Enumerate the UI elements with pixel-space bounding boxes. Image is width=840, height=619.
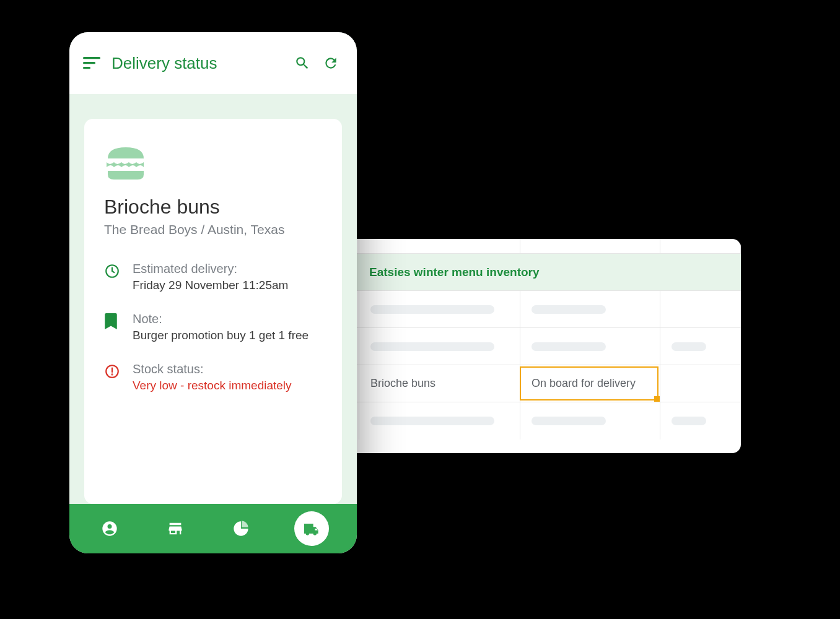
estimated-value: Friday 29 November 11:25am — [133, 279, 288, 292]
estimated-label: Estimated delivery: — [133, 262, 288, 276]
page-title: Delivery status — [112, 54, 282, 73]
alert-icon — [104, 362, 121, 392]
phone-mockup: Delivery status Brioche buns The Bread B… — [69, 32, 357, 553]
meta-stock-status: Stock status: Very low - restock immedia… — [104, 362, 322, 392]
stock-value: Very low - restock immediately — [133, 379, 292, 392]
bottom-nav — [69, 504, 357, 553]
menu-sort-icon[interactable] — [83, 54, 100, 72]
selection-handle[interactable] — [654, 396, 660, 402]
cell-status[interactable]: On board for delivery — [520, 365, 660, 402]
item-title: Brioche buns — [104, 196, 322, 219]
search-icon[interactable] — [294, 54, 311, 72]
nav-analytics-icon[interactable] — [229, 516, 253, 541]
nav-delivery-icon[interactable] — [294, 511, 329, 546]
cell-item-name[interactable]: Brioche buns — [359, 365, 520, 402]
note-value: Burger promotion buy 1 get 1 free — [133, 329, 308, 342]
note-label: Note: — [133, 312, 308, 326]
delivery-card: Brioche buns The Bread Boys / Austin, Te… — [84, 119, 342, 504]
svg-rect-1 — [83, 62, 95, 64]
meta-estimated-delivery: Estimated delivery: Friday 29 November 1… — [104, 262, 322, 292]
svg-rect-0 — [83, 57, 100, 59]
refresh-icon[interactable] — [322, 54, 339, 72]
burger-icon — [104, 146, 322, 183]
stock-label: Stock status: — [133, 362, 292, 376]
nav-account-icon[interactable] — [97, 516, 122, 541]
nav-store-icon[interactable] — [163, 516, 188, 541]
app-topbar: Delivery status — [69, 32, 357, 94]
svg-point-5 — [112, 374, 112, 374]
bookmark-icon — [104, 312, 121, 342]
meta-note: Note: Burger promotion buy 1 get 1 free — [104, 312, 322, 342]
svg-rect-2 — [83, 67, 90, 69]
clock-icon — [104, 262, 121, 292]
item-supplier: The Bread Boys / Austin, Texas — [104, 222, 322, 237]
